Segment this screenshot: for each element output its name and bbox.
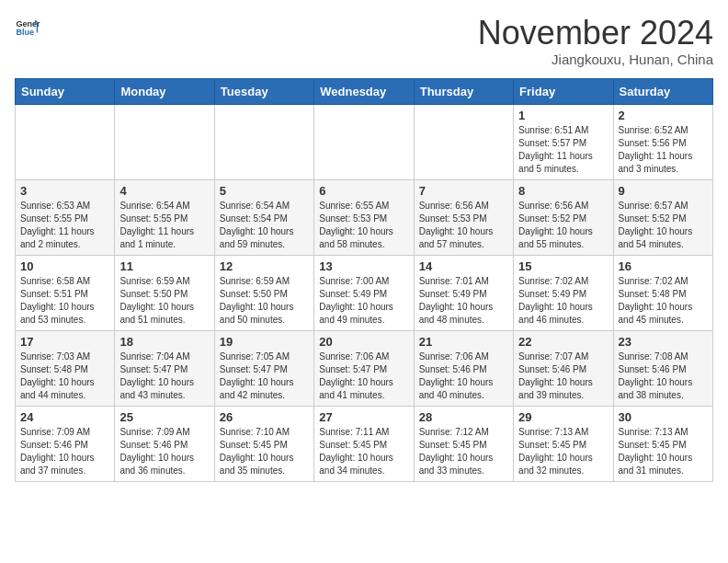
day-cell: 30Sunrise: 7:13 AMSunset: 5:45 PMDayligh… xyxy=(613,406,712,481)
week-row-5: 24Sunrise: 7:09 AMSunset: 5:46 PMDayligh… xyxy=(16,406,713,481)
day-number: 16 xyxy=(619,259,708,273)
day-number: 7 xyxy=(419,184,508,198)
day-info: Sunrise: 6:54 AMSunset: 5:54 PMDaylight:… xyxy=(220,200,309,251)
day-number: 9 xyxy=(619,184,708,198)
day-info: Sunrise: 7:04 AMSunset: 5:47 PMDaylight:… xyxy=(119,350,209,402)
week-row-1: 1Sunrise: 6:51 AMSunset: 5:57 PMDaylight… xyxy=(16,104,713,179)
day-number: 6 xyxy=(319,184,408,198)
day-info: Sunrise: 6:57 AMSunset: 5:52 PMDaylight:… xyxy=(619,200,708,251)
day-info: Sunrise: 7:01 AMSunset: 5:49 PMDaylight:… xyxy=(419,275,508,327)
day-number: 28 xyxy=(419,410,508,424)
weekday-header-saturday: Saturday xyxy=(613,78,712,104)
day-cell: 5Sunrise: 6:54 AMSunset: 5:54 PMDaylight… xyxy=(214,179,313,255)
day-info: Sunrise: 7:10 AMSunset: 5:45 PMDaylight:… xyxy=(220,426,309,477)
day-cell: 21Sunrise: 7:06 AMSunset: 5:46 PMDayligh… xyxy=(414,330,513,406)
day-cell: 23Sunrise: 7:08 AMSunset: 5:46 PMDayligh… xyxy=(613,330,712,406)
day-info: Sunrise: 7:02 AMSunset: 5:49 PMDaylight:… xyxy=(518,275,608,327)
day-info: Sunrise: 7:13 AMSunset: 5:45 PMDaylight:… xyxy=(518,426,608,477)
day-cell: 12Sunrise: 6:59 AMSunset: 5:50 PMDayligh… xyxy=(214,255,313,330)
day-cell: 15Sunrise: 7:02 AMSunset: 5:49 PMDayligh… xyxy=(514,255,613,330)
day-cell: 28Sunrise: 7:12 AMSunset: 5:45 PMDayligh… xyxy=(414,406,513,481)
day-number: 27 xyxy=(319,410,408,424)
day-cell: 19Sunrise: 7:05 AMSunset: 5:47 PMDayligh… xyxy=(214,330,313,406)
day-number: 19 xyxy=(220,335,309,349)
day-info: Sunrise: 6:53 AMSunset: 5:55 PMDaylight:… xyxy=(20,200,109,251)
day-cell: 11Sunrise: 6:59 AMSunset: 5:50 PMDayligh… xyxy=(115,255,214,330)
day-info: Sunrise: 6:56 AMSunset: 5:53 PMDaylight:… xyxy=(419,200,508,251)
day-info: Sunrise: 7:03 AMSunset: 5:48 PMDaylight:… xyxy=(20,350,109,402)
weekday-header-friday: Friday xyxy=(514,78,613,104)
day-cell: 25Sunrise: 7:09 AMSunset: 5:46 PMDayligh… xyxy=(115,406,214,481)
day-number: 23 xyxy=(619,335,708,349)
weekday-header-row: SundayMondayTuesdayWednesdayThursdayFrid… xyxy=(16,78,713,104)
month-title: November 2024 xyxy=(478,15,713,52)
day-info: Sunrise: 6:59 AMSunset: 5:50 PMDaylight:… xyxy=(119,275,209,327)
day-cell: 27Sunrise: 7:11 AMSunset: 5:45 PMDayligh… xyxy=(314,406,414,481)
day-cell: 20Sunrise: 7:06 AMSunset: 5:47 PMDayligh… xyxy=(314,330,414,406)
week-row-3: 10Sunrise: 6:58 AMSunset: 5:51 PMDayligh… xyxy=(16,255,713,330)
day-info: Sunrise: 7:09 AMSunset: 5:46 PMDaylight:… xyxy=(20,426,109,477)
day-info: Sunrise: 7:07 AMSunset: 5:46 PMDaylight:… xyxy=(518,350,608,402)
day-info: Sunrise: 7:06 AMSunset: 5:47 PMDaylight:… xyxy=(319,350,408,402)
day-info: Sunrise: 7:09 AMSunset: 5:46 PMDaylight:… xyxy=(119,426,209,477)
weekday-header-monday: Monday xyxy=(115,78,214,104)
day-number: 29 xyxy=(518,410,608,424)
day-cell: 3Sunrise: 6:53 AMSunset: 5:55 PMDaylight… xyxy=(16,179,115,255)
svg-text:Blue: Blue xyxy=(16,28,34,37)
day-cell: 1Sunrise: 6:51 AMSunset: 5:57 PMDaylight… xyxy=(514,104,613,179)
day-number: 18 xyxy=(119,335,209,349)
day-info: Sunrise: 6:58 AMSunset: 5:51 PMDaylight:… xyxy=(20,275,109,327)
day-cell xyxy=(314,104,414,179)
day-cell: 29Sunrise: 7:13 AMSunset: 5:45 PMDayligh… xyxy=(514,406,613,481)
day-info: Sunrise: 7:11 AMSunset: 5:45 PMDaylight:… xyxy=(319,426,408,477)
day-cell: 14Sunrise: 7:01 AMSunset: 5:49 PMDayligh… xyxy=(414,255,513,330)
day-number: 14 xyxy=(419,259,508,273)
day-number: 1 xyxy=(518,109,608,122)
day-cell xyxy=(414,104,513,179)
day-info: Sunrise: 6:59 AMSunset: 5:50 PMDaylight:… xyxy=(220,275,309,327)
day-number: 2 xyxy=(619,109,708,122)
day-info: Sunrise: 7:08 AMSunset: 5:46 PMDaylight:… xyxy=(619,350,708,402)
day-number: 5 xyxy=(220,184,309,198)
page-header: General Blue November 2024 Jiangkouxu, H… xyxy=(15,15,713,67)
day-info: Sunrise: 6:51 AMSunset: 5:57 PMDaylight:… xyxy=(518,124,608,176)
day-cell: 9Sunrise: 6:57 AMSunset: 5:52 PMDaylight… xyxy=(613,179,712,255)
title-block: November 2024 Jiangkouxu, Hunan, China xyxy=(478,15,713,67)
day-cell xyxy=(214,104,313,179)
day-cell: 18Sunrise: 7:04 AMSunset: 5:47 PMDayligh… xyxy=(115,330,214,406)
day-number: 20 xyxy=(319,335,408,349)
day-number: 13 xyxy=(319,259,408,273)
day-number: 12 xyxy=(220,259,309,273)
day-info: Sunrise: 7:12 AMSunset: 5:45 PMDaylight:… xyxy=(419,426,508,477)
day-number: 24 xyxy=(20,410,109,424)
weekday-header-thursday: Thursday xyxy=(414,78,513,104)
day-number: 25 xyxy=(119,410,209,424)
day-number: 30 xyxy=(619,410,708,424)
day-number: 4 xyxy=(119,184,209,198)
day-number: 15 xyxy=(518,259,608,273)
calendar-table: SundayMondayTuesdayWednesdayThursdayFrid… xyxy=(15,78,713,482)
day-info: Sunrise: 6:54 AMSunset: 5:55 PMDaylight:… xyxy=(119,200,209,251)
day-number: 11 xyxy=(119,259,209,273)
day-cell: 17Sunrise: 7:03 AMSunset: 5:48 PMDayligh… xyxy=(16,330,115,406)
weekday-header-wednesday: Wednesday xyxy=(314,78,414,104)
day-cell: 4Sunrise: 6:54 AMSunset: 5:55 PMDaylight… xyxy=(115,179,214,255)
day-cell: 13Sunrise: 7:00 AMSunset: 5:49 PMDayligh… xyxy=(314,255,414,330)
day-number: 22 xyxy=(518,335,608,349)
day-info: Sunrise: 7:05 AMSunset: 5:47 PMDaylight:… xyxy=(220,350,309,402)
logo-icon: General Blue xyxy=(15,15,40,40)
day-cell: 7Sunrise: 6:56 AMSunset: 5:53 PMDaylight… xyxy=(414,179,513,255)
day-cell: 26Sunrise: 7:10 AMSunset: 5:45 PMDayligh… xyxy=(214,406,313,481)
day-info: Sunrise: 7:06 AMSunset: 5:46 PMDaylight:… xyxy=(419,350,508,402)
day-number: 8 xyxy=(518,184,608,198)
weekday-header-sunday: Sunday xyxy=(16,78,115,104)
day-number: 21 xyxy=(419,335,508,349)
day-number: 10 xyxy=(20,259,109,273)
day-cell xyxy=(16,104,115,179)
day-cell xyxy=(115,104,214,179)
day-cell: 6Sunrise: 6:55 AMSunset: 5:53 PMDaylight… xyxy=(314,179,414,255)
day-info: Sunrise: 7:13 AMSunset: 5:45 PMDaylight:… xyxy=(619,426,708,477)
day-cell: 2Sunrise: 6:52 AMSunset: 5:56 PMDaylight… xyxy=(613,104,712,179)
week-row-2: 3Sunrise: 6:53 AMSunset: 5:55 PMDaylight… xyxy=(16,179,713,255)
day-cell: 10Sunrise: 6:58 AMSunset: 5:51 PMDayligh… xyxy=(16,255,115,330)
